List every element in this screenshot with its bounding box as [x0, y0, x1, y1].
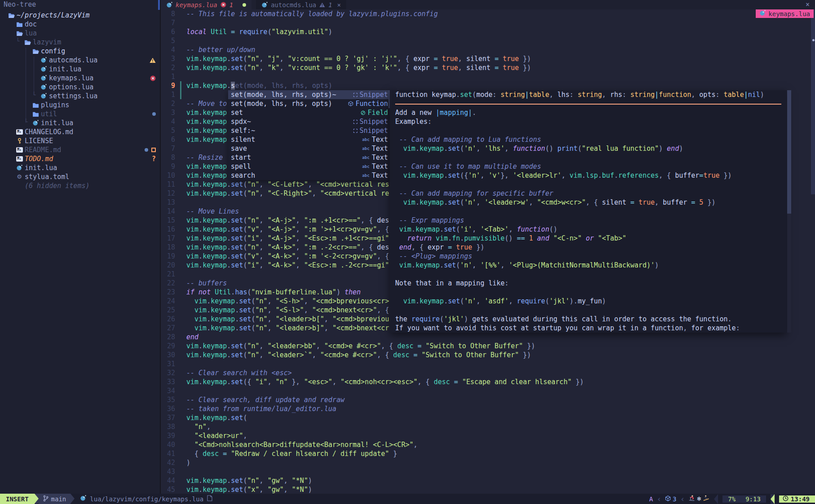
code-line[interactable]: 35-- Clear search, diff update and redra… [161, 395, 815, 404]
code-line[interactable]: 37vim.keymap.set( [161, 413, 815, 422]
completion-kind: Text [372, 135, 388, 144]
lua-icon [15, 165, 23, 171]
docs-line: -- Expr mappings [395, 216, 781, 225]
code-line[interactable]: 41 { desc = "Redraw / clear hlsearch / d… [161, 449, 815, 458]
code-text: end [186, 333, 198, 342]
line-number: 11 [161, 180, 180, 189]
completion-label: start [231, 153, 251, 162]
tree-item-lazyvim[interactable]: lazyvim [0, 38, 160, 47]
completion-item-set-mode-lhs-rhs-opts-[interactable]: set(mode, lhs, rhs, opts)Function [228, 99, 392, 108]
tree-item-label: CHANGELOG.md [25, 127, 73, 136]
tree-item--6-hidden-items-[interactable]: (6 hidden items) [0, 181, 160, 190]
line-number: 24 [161, 297, 180, 306]
git-modified-dot [152, 112, 160, 116]
text-kind-icon: abc [362, 144, 370, 153]
completion-item-silent[interactable]: silentabcText [228, 135, 392, 144]
code-line[interactable]: 45vim.keymap.set("x", "gw", "*N") [161, 485, 815, 494]
tree-item-lua[interactable]: lua [0, 29, 160, 38]
tree-item-label: init.lua [41, 118, 73, 127]
completion-item-set-mode-lhs-rhs-opts-[interactable]: set(mode, lhs, rhs, opts)~Snippet [228, 90, 392, 99]
completion-item-spdx-[interactable]: spdx~Snippet [228, 117, 392, 126]
tab-close-icon[interactable]: × [337, 1, 341, 9]
tree-item-config[interactable]: config [0, 47, 160, 56]
tree-item-init.lua[interactable]: init.lua [0, 163, 160, 172]
code-text: vim.keymap.set("x", "gw", "*N") [186, 485, 312, 494]
tree-item-label: (6 hidden items) [25, 181, 90, 190]
code-line[interactable]: 42) [161, 458, 815, 467]
tree-item-label: TODO.md [25, 154, 53, 163]
editor-scrollbar-thumb[interactable] [811, 9, 815, 194]
tree-item-settings.lua[interactable]: settings.lua [0, 92, 160, 101]
code-line[interactable]: 30vim.keymap.set("n", "<leader>`", "<cmd… [161, 351, 815, 359]
line-number: 42 [161, 458, 180, 467]
tree-item-plugins[interactable]: plugins [0, 101, 160, 110]
line-number: 1 [161, 72, 180, 81]
code-line[interactable]: 5 [161, 36, 815, 45]
code-line[interactable]: 34 [161, 386, 815, 395]
line-number: 3 [161, 54, 180, 63]
code-line[interactable]: 44vim.keymap.set("n", "gw", "*N") [161, 476, 815, 485]
tree-item-readme.md[interactable]: M↓README.md [0, 145, 160, 154]
completion-item-spell[interactable]: spellabcText [228, 162, 392, 171]
code-line[interactable]: 28end [161, 333, 815, 342]
code-line[interactable]: 1 [161, 72, 815, 81]
code-line[interactable]: 38 "n", [161, 422, 815, 431]
code-editor[interactable]: 8-- This file is automatically loaded by… [161, 9, 815, 494]
code-line[interactable]: 2vim.keymap.set("n", "k", "v:count == 0 … [161, 63, 815, 72]
file-tree: ~/projects/LazyVimdoclualazyvimconfigaut… [0, 11, 160, 190]
tree-item-stylua.toml[interactable]: ⚙stylua.toml [0, 172, 160, 181]
tree-item-util[interactable]: util [0, 110, 160, 118]
line-number: 28 [161, 333, 180, 342]
tab-autocmds.lua[interactable]: autocmds.lua1× [256, 0, 346, 9]
docs-scrollbar-thumb[interactable] [787, 90, 791, 214]
code-line[interactable]: 7 [161, 18, 815, 27]
code-line[interactable]: 6local Util = require("lazyvim.util") [161, 27, 815, 36]
code-line[interactable]: 36-- taken from runtime/lua/_editor.lua [161, 404, 815, 413]
tab-keymaps.lua[interactable]: keymaps.lua1 [161, 0, 251, 9]
file-path-segment: lua/lazyvim/config/keymaps.lua [75, 494, 218, 504]
tree-indent-guide [34, 57, 34, 95]
code-text: local Util = require("lazyvim.util") [186, 27, 332, 36]
completion-item-save[interactable]: saveabcText [228, 144, 392, 153]
code-text: vim.keymap.set("n", "k", "v:count == 0 ?… [186, 63, 531, 72]
git-branch-segment[interactable]: main [39, 494, 71, 504]
tree-item-autocmds.lua[interactable]: autocmds.lua [0, 56, 160, 65]
docs-line: vim.keymap.set('n', 'lhs', function() pr… [395, 144, 781, 153]
tree-item-license[interactable]: LICENSE [0, 136, 160, 145]
code-line[interactable]: 39 "<leader>ur", [161, 431, 815, 440]
completion-item-self-[interactable]: self:~Snippet [228, 126, 392, 135]
code-line[interactable]: 33vim.keymap.set({ "i", "n" }, "<esc>", … [161, 377, 815, 386]
docs-scrollbar[interactable] [787, 90, 791, 333]
sidebar-scrollbar-thumb[interactable] [158, 0, 160, 10]
docs-line: vim.keymap.set('n', 'asdf', require('jkl… [395, 297, 781, 306]
code-line[interactable]: 31 [161, 359, 815, 368]
tree-item-doc[interactable]: doc [0, 20, 160, 29]
code-line[interactable]: 8-- This file is automatically loaded by… [161, 9, 815, 18]
md-icon: M↓ [15, 156, 23, 162]
editor-pane: keymaps.lua1autocmds.lua1× × keymaps.lua… [161, 0, 815, 494]
code-text: vim.keymap.set("v", "<A-k>", ":m '<-2<cr… [186, 252, 389, 261]
tree-item--projects-lazyvim[interactable]: ~/projects/LazyVim [0, 11, 160, 20]
code-line[interactable]: 43 [161, 467, 815, 476]
tree-item-init.lua[interactable]: init.lua [0, 65, 160, 74]
code-line[interactable]: 9vim.keymap.set(mode, lhs, rhs, opts) [161, 81, 815, 90]
code-text: "<Cmd>nohlsearch<Bar>diffupdate<Bar>norm… [186, 440, 418, 449]
line-number: 9 [161, 162, 180, 171]
docs-line: Add a new |mapping|. [395, 108, 781, 117]
tree-item-options.lua[interactable]: options.lua [0, 83, 160, 92]
tree-item-todo.md[interactable]: M↓TODO.md? [0, 154, 160, 163]
neotree-sidebar: Neo-tree ~/projects/LazyVimdoclualazyvim… [0, 0, 161, 494]
code-line[interactable]: 29vim.keymap.set("n", "<leader>bb", "<cm… [161, 342, 815, 351]
completion-item-search[interactable]: searchabcText [228, 171, 392, 180]
lua-icon [40, 57, 48, 63]
tree-item-changelog.md[interactable]: M↓CHANGELOG.md [0, 127, 160, 136]
code-line[interactable]: 3vim.keymap.set("n", "j", "v:count == 0 … [161, 54, 815, 63]
completion-item-set[interactable]: setField [228, 108, 392, 117]
code-line[interactable]: 4-- better up/down [161, 45, 815, 54]
tree-item-keymaps.lua[interactable]: keymaps.lua [0, 74, 160, 83]
code-line[interactable]: 32-- Clear search with <esc> [161, 368, 815, 377]
warning-icon [319, 2, 325, 8]
completion-item-start[interactable]: startabcText [228, 153, 392, 162]
close-all-icon[interactable]: × [800, 0, 815, 9]
code-line[interactable]: 40 "<Cmd>nohlsearch<Bar>diffupdate<Bar>n… [161, 440, 815, 449]
